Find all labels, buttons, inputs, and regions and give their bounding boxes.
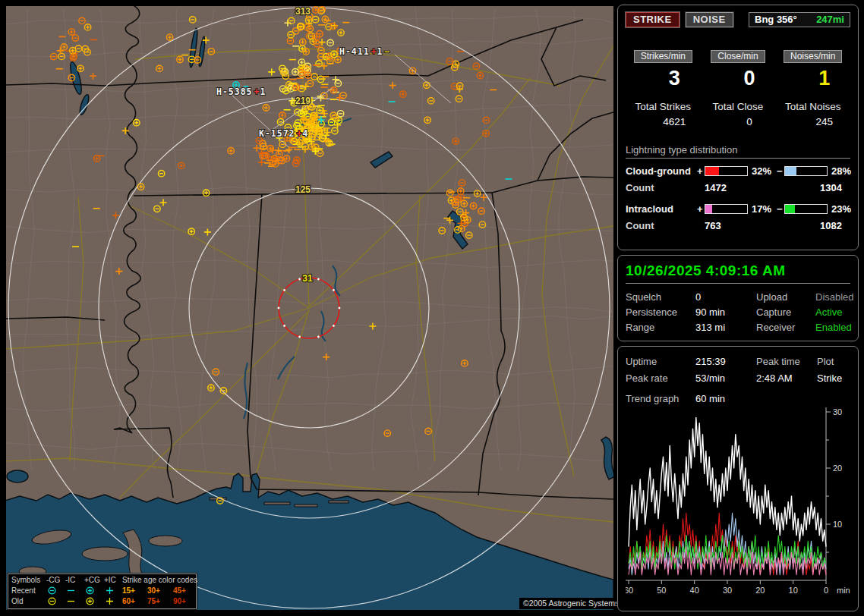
total-noises-label: Total Noises (775, 101, 850, 112)
close-per-min-header: Close/min (711, 50, 765, 63)
cg-minus-pct: 28% (828, 165, 849, 177)
ic-plus-pct: 17% (748, 203, 777, 215)
legend-header-pos-ic: +IC (104, 575, 122, 586)
age-15: 15+ (122, 586, 147, 596)
ic-plus-count: 763 (697, 220, 812, 231)
svg-text:20: 20 (833, 464, 842, 473)
age-45: 45+ (173, 586, 199, 596)
plus-sign: + (697, 165, 705, 177)
legend-header-neg-ic: -IC (65, 575, 84, 586)
range-value: 313 mi (695, 320, 756, 335)
age-75: 75+ (147, 596, 173, 607)
age-90: 90+ (173, 596, 199, 607)
minus-old-icon (65, 596, 84, 607)
minus-sign: − (777, 165, 784, 177)
plot-value: Strike (817, 370, 850, 387)
cg-minus-bar (784, 166, 828, 176)
total-strikes-label: Total Strikes (626, 101, 701, 112)
lightning-map[interactable]: 313 219 125 31 H-5385+1 H-411+1− K-1572+… (6, 6, 613, 610)
ic-minus-pct: 23% (828, 203, 849, 215)
map-canvas: 313 219 125 31 H-5385+1 H-411+1− K-1572+… (6, 6, 613, 610)
peak-time-label: Peak time (756, 354, 817, 370)
circle-plus-old-icon (84, 596, 104, 607)
distribution-title: Lightning type distribution (626, 144, 850, 159)
upload-status: Disabled (815, 290, 854, 305)
cell-label-h5385: H-5385+1 (216, 86, 266, 97)
plus-recent-icon (104, 586, 122, 596)
uptime-label: Uptime (626, 354, 695, 370)
plus-old-icon (104, 596, 122, 607)
legend-row-recent-label: Recent (11, 586, 46, 596)
close-per-min-value: 0 (712, 67, 787, 90)
total-noises-value: 245 (787, 116, 862, 127)
noise-button[interactable]: NOISE (686, 12, 733, 27)
counters-box: STRIKE NOISE Bng 356° 247mi Strikes/min … (617, 5, 859, 250)
plus-sign: + (697, 203, 705, 215)
circle-minus-recent-icon (46, 586, 65, 596)
trend-graph-value: 60 min (695, 393, 850, 404)
circle-plus-recent-icon (84, 586, 104, 596)
noises-per-min-value: 1 (787, 67, 862, 90)
cg-plus-pct: 32% (748, 165, 777, 177)
svg-text:min: min (837, 586, 850, 595)
ring-label-31: 31 (302, 273, 313, 284)
persistence-label: Persistence (626, 305, 695, 320)
svg-text:50: 50 (657, 586, 666, 595)
total-strikes-value: 4621 (637, 116, 712, 127)
bearing-distance: 247mi (816, 14, 844, 25)
upload-label: Upload (756, 290, 815, 305)
total-close-label: Total Close (701, 101, 776, 112)
svg-text:40: 40 (690, 586, 699, 595)
svg-text:0: 0 (824, 586, 828, 595)
svg-text:30: 30 (723, 586, 732, 595)
peak-time-value: 2:48 AM (756, 370, 817, 387)
cg-count-label: Count (626, 182, 697, 193)
minus-sign: − (777, 203, 784, 215)
datetime-display: 10/26/2025 4:09:16 AM (626, 262, 850, 284)
copyright-label: ©2005 Astrogenic Systems (519, 598, 623, 609)
cell-label-k1572: K-1572+4 (259, 128, 308, 139)
strikes-per-min-column: Strikes/min 3 Total Strikes 4621 (626, 49, 701, 127)
app-window: 313 219 125 31 H-5385+1 H-411+1− K-1572+… (0, 0, 864, 616)
persistence-value: 90 min (695, 305, 756, 320)
lightning-type-distribution: Lightning type distribution Cloud-ground… (626, 144, 850, 231)
circle-minus-old-icon (46, 596, 65, 607)
control-panel: STRIKE NOISE Bng 356° 247mi Strikes/min … (616, 0, 864, 616)
svg-text:60: 60 (626, 586, 633, 595)
noises-per-min-column: Noises/min 1 Total Noises 245 (775, 49, 850, 127)
legend-row-old-label: Old (11, 596, 46, 607)
uptime-value: 215:39 (695, 354, 756, 370)
receiver-label: Receiver (756, 320, 815, 335)
capture-label: Capture (756, 305, 815, 320)
ring-label-313: 313 (295, 6, 311, 17)
range-label: Range (626, 320, 695, 335)
plot-label: Plot (817, 354, 850, 370)
trend-box: Uptime 215:39 Peak time Plot Peak rate 5… (617, 346, 859, 611)
legend-symbols-header: Symbols (11, 575, 46, 586)
noises-per-min-header: Noises/min (784, 50, 842, 63)
squelch-value: 0 (695, 290, 756, 305)
svg-text:30: 30 (833, 407, 842, 416)
ring-label-219: 219 (295, 96, 311, 106)
cell-label-h411: H-411+1− (339, 46, 390, 57)
strike-button[interactable]: STRIKE (626, 12, 680, 27)
cg-plus-bar (705, 166, 748, 176)
bearing-display: Bng 356° 247mi (749, 12, 850, 27)
svg-text:10: 10 (789, 586, 798, 595)
strikes-per-min-header: Strikes/min (634, 50, 692, 63)
peak-rate-value: 53/min (695, 370, 756, 387)
total-close-value: 0 (712, 116, 787, 127)
svg-text:20: 20 (755, 586, 765, 595)
age-60: 60+ (122, 596, 147, 607)
minus-recent-icon (65, 586, 84, 596)
legend-header-pos-cg: +CG (84, 575, 104, 586)
ring-label-125: 125 (295, 184, 311, 195)
svg-text:10: 10 (833, 520, 842, 529)
strikes-per-min-value: 3 (637, 67, 712, 90)
capture-status: Active (815, 305, 854, 320)
intracloud-label: Intracloud (626, 203, 697, 215)
trend-graph-label: Trend graph (626, 393, 695, 404)
cg-minus-count: 1304 (812, 182, 850, 193)
ic-count-label: Count (626, 220, 697, 231)
ic-minus-bar (784, 204, 828, 214)
